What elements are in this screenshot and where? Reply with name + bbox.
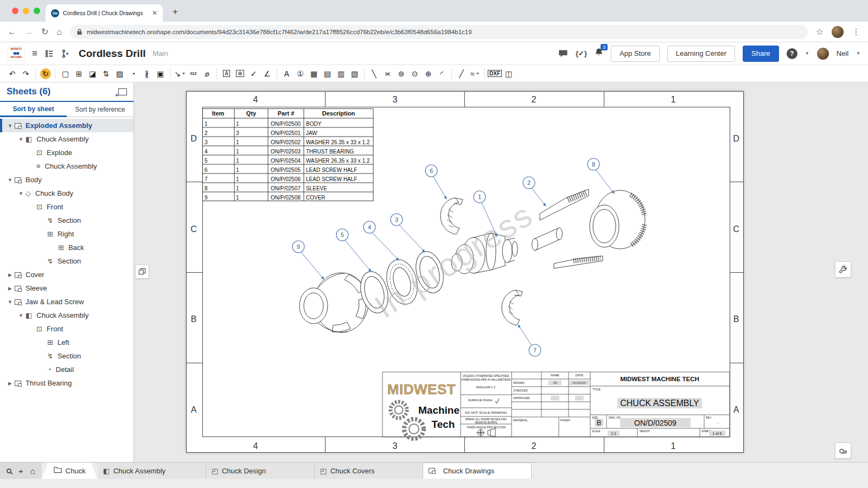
diameter-dimension-icon[interactable]: ⌀	[200, 67, 214, 80]
user-name[interactable]: Neil	[837, 49, 848, 57]
sheet-tree-item-chuck-body[interactable]: ▼◇Chuck Body	[0, 187, 133, 200]
zoom-window-button[interactable]	[34, 8, 40, 14]
back-icon[interactable]: ←	[8, 27, 16, 37]
sheet-tree-item-section[interactable]: ↯Section	[0, 254, 133, 268]
user-caret-icon[interactable]: ▼	[856, 51, 860, 56]
hole-table-icon[interactable]: ▥	[334, 67, 348, 80]
sheet-tree-item-front[interactable]: ⊡Front	[0, 322, 133, 336]
bookmark-star-icon[interactable]: ☆	[816, 27, 824, 37]
circle-center-icon[interactable]: ⊙	[408, 67, 422, 80]
point-to-point-icon[interactable]: ╲	[367, 67, 381, 80]
search-tabs-icon[interactable]	[7, 468, 11, 473]
versions-history-icon[interactable]	[44, 49, 54, 59]
share-button[interactable]: Share	[743, 46, 779, 62]
app-store-button[interactable]: App Store	[611, 46, 660, 62]
drawing-sheet[interactable]: 4 3 2 1 4 3 2 1 D C B A D C B A	[186, 91, 744, 453]
sheet-tree-item-left[interactable]: ⊞Left	[0, 336, 133, 349]
note-icon[interactable]: A	[220, 67, 233, 80]
browser-menu-icon[interactable]: ⋮	[852, 27, 860, 37]
reload-icon[interactable]: ↻	[41, 27, 48, 37]
detail-view-icon[interactable]: ▨	[113, 67, 126, 80]
help-icon[interactable]: ?	[787, 48, 797, 59]
address-bar[interactable]: midwestmachinetech.onshape.com/documents…	[70, 25, 808, 39]
chevron-down-icon[interactable]: ▼	[5, 123, 15, 129]
minimize-window-button[interactable]	[23, 8, 29, 14]
chevron-down-icon[interactable]: ▼	[16, 137, 25, 142]
export-dxf-icon[interactable]: DXF	[488, 67, 502, 80]
center-mark-pattern-icon[interactable]: ⊚	[394, 67, 408, 80]
table-icon[interactable]: ▦	[307, 67, 321, 80]
notifications-bell-icon[interactable]: 3	[595, 48, 603, 59]
chevron-down-icon[interactable]: ▼	[16, 313, 25, 318]
sheet-tree-item-body[interactable]: ▼Body	[0, 173, 133, 187]
tab-sort-by-sheet[interactable]: Sort by sheet	[0, 102, 67, 117]
chevron-right-icon[interactable]: ▶	[5, 286, 15, 291]
forward-icon[interactable]: →	[24, 27, 33, 37]
insert-image-icon[interactable]: ◫	[502, 67, 515, 80]
auxiliary-view-icon[interactable]: ◪	[86, 67, 99, 80]
tangent-icon[interactable]: ◜	[435, 67, 449, 80]
sheet-tree-item-thrust-bearing[interactable]: ▶Thrust Bearing	[0, 376, 133, 390]
measure-button[interactable]	[835, 442, 851, 459]
document-tab-chuck[interactable]: Chuck	[42, 463, 98, 479]
sheet-tree-item-chuck-assembly[interactable]: ▼◧Chuck Assembly	[0, 309, 133, 322]
home-icon[interactable]: ⌂	[56, 27, 62, 37]
sheet-tree-item-chuck-assembly[interactable]: ▼◧Chuck Assembly	[0, 132, 133, 146]
geometric-tolerance-icon[interactable]: ⊕	[233, 67, 247, 80]
sheet-tools-button[interactable]	[835, 261, 851, 278]
sheet-tree-item-explode[interactable]: ⊡Explode	[0, 146, 133, 159]
browser-tab[interactable]: On Cordless Drill | Chuck Drawings ✕	[46, 4, 163, 22]
revision-table-icon[interactable]: ▧	[348, 67, 361, 80]
main-menu-icon[interactable]: ≡	[32, 48, 37, 59]
ordinate-dimension-icon[interactable]: 012	[187, 67, 200, 80]
text-icon[interactable]: A	[280, 67, 293, 80]
chevron-down-icon[interactable]: ▼	[16, 191, 25, 196]
undo-icon[interactable]: ↶	[5, 67, 19, 80]
comments-icon[interactable]	[558, 49, 568, 58]
tab-sort-by-reference[interactable]: Sort by reference	[67, 102, 133, 117]
chevron-right-icon[interactable]: ▶	[5, 272, 15, 278]
sheet-tree-item-front[interactable]: ⊡Front	[0, 200, 133, 214]
update-views-icon[interactable]: ↻	[40, 68, 51, 79]
surface-finish-icon[interactable]: ✓	[247, 67, 260, 80]
sheet-tree-item-exploded-assembly[interactable]: ▼Exploded Assembly	[0, 119, 133, 132]
document-tab-chuck-covers[interactable]: ◰Chuck Covers	[315, 463, 423, 479]
chevron-down-icon[interactable]: ▼	[5, 177, 15, 183]
browser-profile-avatar[interactable]	[832, 26, 844, 38]
window-controls[interactable]	[12, 8, 40, 14]
document-tab-chuck-assembly[interactable]: ◧Chuck Assembly	[98, 463, 206, 479]
chevron-down-icon[interactable]: ▼	[5, 299, 15, 305]
collapse-sheets-panel-button[interactable]	[135, 265, 149, 279]
new-tab-button[interactable]: +	[173, 7, 178, 17]
sheet-tree-item-cover[interactable]: ▶Cover	[0, 268, 133, 281]
projected-view-icon[interactable]: ⊞	[72, 67, 86, 80]
break-view-icon[interactable]: ∦	[140, 67, 154, 80]
sheet-tree-item-section[interactable]: ↯Section	[0, 349, 133, 363]
sheet-tree-item-chuck-assembly[interactable]: ≡Chuck Assembly	[0, 159, 133, 173]
line-icon[interactable]: ╱	[455, 67, 468, 80]
spline-icon[interactable]: ≈▼	[468, 67, 482, 80]
drawing-canvas[interactable]: 4 3 2 1 4 3 2 1 D C B A D C B A	[134, 82, 868, 462]
center-mark-icon[interactable]: ⊕	[422, 67, 435, 80]
sheet-tree-item-sleeve[interactable]: ▶Sleeve	[0, 281, 133, 295]
dimension-icon[interactable]: ↘▼	[173, 67, 187, 80]
sheet-tree-item-jaw-lead-screw[interactable]: ▼Jaw & Lead Screw	[0, 295, 133, 309]
learning-center-button[interactable]: Learning Center	[667, 46, 735, 62]
redo-icon[interactable]: ↷	[19, 67, 33, 80]
sheet-tree-item-detail[interactable]: ◔Detail	[0, 363, 133, 376]
centerline-icon[interactable]: ≍	[381, 67, 394, 80]
workspace-name[interactable]: Main	[152, 49, 168, 57]
user-avatar[interactable]	[817, 48, 829, 60]
crop-view-icon[interactable]: ◔	[126, 67, 140, 80]
home-icon-tabbar[interactable]: ⌂	[30, 466, 35, 476]
close-tab-icon[interactable]: ✕	[152, 9, 157, 17]
section-view-icon[interactable]: ⇅	[99, 67, 113, 80]
document-tab-chuck-design[interactable]: ◰Chuck Design	[206, 463, 315, 479]
help-caret-icon[interactable]: ▼	[805, 51, 809, 56]
crop-icon[interactable]: ▣	[154, 67, 167, 80]
document-tab-chuck-drawings[interactable]: Chuck Drawings	[423, 463, 532, 479]
balloon-icon[interactable]: ①	[293, 67, 307, 80]
sheet-tree-item-section[interactable]: ↯Section	[0, 214, 133, 227]
insert-view-icon[interactable]: ▢	[59, 67, 72, 80]
sheet-tree-item-back[interactable]: ⊞Back	[0, 241, 133, 254]
